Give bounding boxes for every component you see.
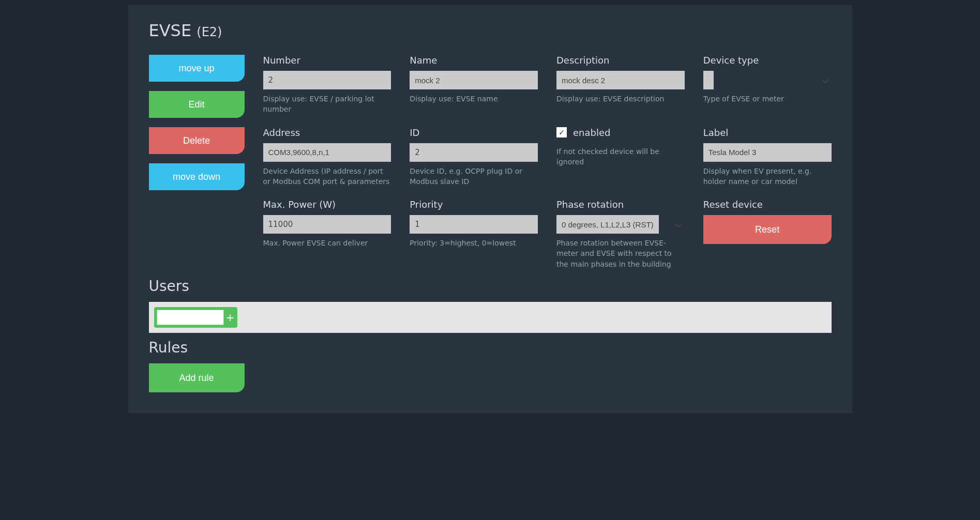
action-sidebar: move up Edit Delete move down bbox=[149, 55, 245, 269]
description-field-group: Description Display use: EVSE descriptio… bbox=[556, 55, 685, 115]
address-label: Address bbox=[263, 127, 391, 138]
user-add-input[interactable] bbox=[157, 310, 224, 325]
max-power-help: Max. Power EVSE can deliver bbox=[263, 238, 391, 248]
add-rule-button[interactable]: Add rule bbox=[149, 363, 245, 392]
address-input[interactable] bbox=[263, 143, 391, 162]
max-power-label: Max. Power (W) bbox=[263, 199, 391, 210]
panel-title: EVSE (E2) bbox=[149, 21, 832, 40]
id-help: Device ID, e.g. OCPP plug ID or Modbus s… bbox=[410, 166, 538, 187]
users-bar: + bbox=[149, 302, 832, 333]
enabled-help: If not checked device will be ignored bbox=[556, 146, 685, 167]
name-help: Display use: EVSE name bbox=[410, 94, 538, 104]
title-main: EVSE bbox=[149, 21, 192, 40]
phase-rotation-label: Phase rotation bbox=[556, 199, 685, 210]
id-input[interactable] bbox=[410, 143, 538, 162]
label-input[interactable] bbox=[703, 143, 832, 162]
phase-rotation-field-group: Phase rotation 0 degrees, L1,L2,L3 (RST)… bbox=[556, 199, 685, 269]
enabled-field-group: ✓ enabled If not checked device will be … bbox=[556, 127, 685, 187]
device-type-label: Device type bbox=[703, 55, 832, 66]
move-up-button[interactable]: move up bbox=[149, 55, 245, 82]
address-help: Device Address (IP address / port or Mod… bbox=[263, 166, 391, 187]
priority-label: Priority bbox=[410, 199, 538, 210]
label-field-label: Label bbox=[703, 127, 832, 138]
fields-grid: Number Display use: EVSE / parking lot n… bbox=[263, 55, 832, 269]
name-label: Name bbox=[410, 55, 538, 66]
plus-icon[interactable]: + bbox=[226, 312, 235, 323]
move-down-button[interactable]: move down bbox=[149, 163, 245, 190]
user-add-badge: + bbox=[154, 307, 238, 328]
priority-help: Priority: 3=highest, 0=lowest bbox=[410, 238, 538, 248]
title-sub: (E2) bbox=[197, 25, 222, 39]
name-input[interactable] bbox=[410, 71, 538, 89]
id-field-group: ID Device ID, e.g. OCPP plug ID or Modbu… bbox=[410, 127, 538, 187]
device-type-select[interactable] bbox=[703, 71, 714, 89]
device-type-field-group: Device type Type of EVSE or meter bbox=[703, 55, 832, 115]
description-help: Display use: EVSE description bbox=[556, 94, 685, 104]
reset-button[interactable]: Reset bbox=[703, 215, 832, 244]
address-field-group: Address Device Address (IP address / por… bbox=[263, 127, 391, 187]
enabled-checkbox[interactable]: ✓ bbox=[556, 127, 567, 137]
number-field-group: Number Display use: EVSE / parking lot n… bbox=[263, 55, 391, 115]
device-type-help: Type of EVSE or meter bbox=[703, 94, 832, 104]
priority-field-group: Priority Priority: 3=highest, 0=lowest bbox=[410, 199, 538, 269]
number-input[interactable] bbox=[263, 71, 391, 89]
edit-button[interactable]: Edit bbox=[149, 91, 245, 118]
reset-label: Reset device bbox=[703, 199, 832, 210]
description-label: Description bbox=[556, 55, 685, 66]
phase-rotation-help: Phase rotation between EVSE-meter and EV… bbox=[556, 238, 685, 269]
description-input[interactable] bbox=[556, 71, 685, 89]
label-help: Display when EV present, e.g. holder nam… bbox=[703, 166, 832, 187]
max-power-field-group: Max. Power (W) Max. Power EVSE can deliv… bbox=[263, 199, 391, 269]
priority-input[interactable] bbox=[410, 215, 538, 234]
enabled-label: enabled bbox=[573, 127, 610, 138]
reset-field-group: Reset device Reset bbox=[703, 199, 832, 269]
phase-rotation-select[interactable]: 0 degrees, L1,L2,L3 (RST) bbox=[556, 215, 659, 234]
name-field-group: Name Display use: EVSE name bbox=[410, 55, 538, 115]
number-label: Number bbox=[263, 55, 391, 66]
id-label: ID bbox=[410, 127, 538, 138]
evse-panel: EVSE (E2) move up Edit Delete move down … bbox=[128, 5, 852, 413]
max-power-input[interactable] bbox=[263, 215, 391, 234]
label-field-group: Label Display when EV present, e.g. hold… bbox=[703, 127, 832, 187]
users-title: Users bbox=[149, 278, 832, 295]
rules-title: Rules bbox=[149, 339, 832, 356]
delete-button[interactable]: Delete bbox=[149, 127, 245, 154]
number-help: Display use: EVSE / parking lot number bbox=[263, 94, 391, 115]
